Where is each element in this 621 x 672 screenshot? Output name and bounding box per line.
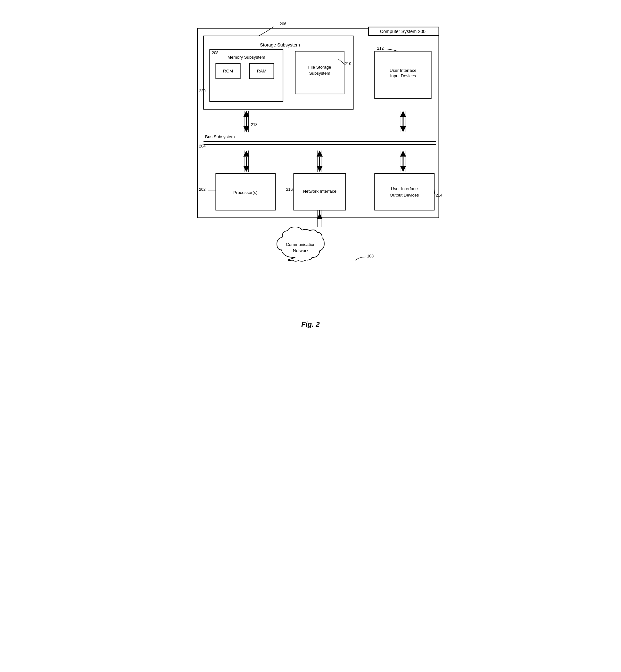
ref-202: 202 [199, 187, 206, 192]
computer-system-label: Computer System 200 [380, 29, 425, 34]
ref-220: 220 [199, 89, 206, 93]
file-storage-label-2: Subsystem [309, 71, 330, 76]
ui-output-box [375, 173, 434, 210]
ui-output-label-2: Output Devices [390, 193, 419, 197]
ref-216: 216 [286, 187, 293, 192]
diagram-svg: Computer System 200 Storage Subsystem 20… [179, 16, 442, 309]
network-interface-label: Network Interface [303, 189, 336, 194]
rom-label: ROM [223, 69, 233, 73]
ref-218: 218 [251, 122, 258, 127]
processor-label: Processor(s) [233, 190, 258, 195]
comm-network-label-2: Network [293, 248, 308, 253]
ref-212: 212 [377, 46, 384, 51]
ui-input-label-1: User Interface [390, 68, 417, 73]
ref-108-line [355, 257, 365, 260]
comm-network-label-1: Communication [286, 242, 316, 247]
ref-208: 208 [212, 51, 218, 55]
memory-subsystem-label: Memory Subsystem [227, 55, 265, 60]
ref-214: 214 [436, 193, 442, 197]
bus-subsystem-label: Bus Subsystem [205, 134, 235, 139]
page-container: Computer System 200 Storage Subsystem 20… [166, 6, 455, 342]
file-storage-label-1: File Storage [308, 65, 331, 70]
ref-210: 210 [345, 62, 351, 66]
ram-label: RAM [257, 69, 266, 73]
ref-206: 206 [280, 22, 286, 26]
ui-input-label-2: Input Devices [390, 73, 416, 78]
communication-network-cloud: Communication Network [277, 227, 324, 261]
ui-output-label-1: User Interface [391, 186, 418, 191]
storage-subsystem-label: Storage Subsystem [260, 42, 300, 47]
ref-108: 108 [367, 254, 374, 259]
figure-label: Fig. 2 [179, 320, 442, 329]
